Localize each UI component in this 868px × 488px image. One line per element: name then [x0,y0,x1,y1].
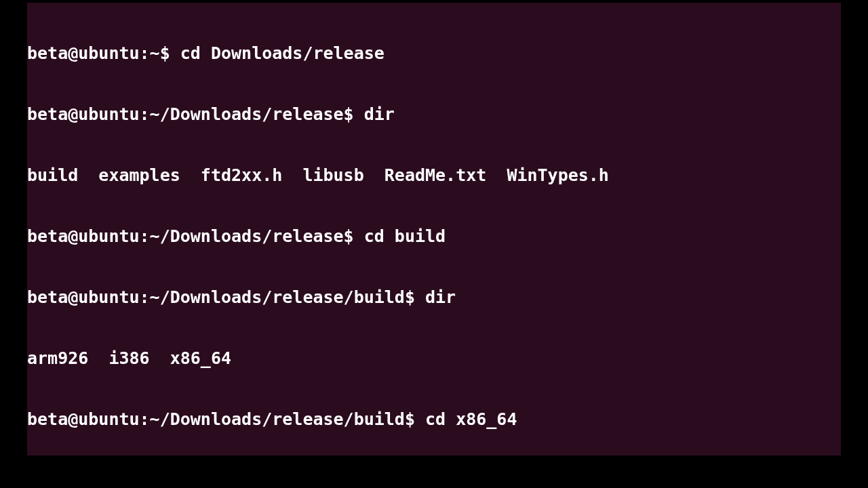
terminal-line: beta@ubuntu:~/Downloads/release/build$ c… [27,409,841,430]
prompt: beta@ubuntu:~/Downloads/release$ [27,104,364,124]
command-text: cd Downloads/release [180,43,384,63]
prompt: beta@ubuntu:~/Downloads/release/build$ [27,409,425,429]
prompt: beta@ubuntu:~/Downloads/release/build$ [27,287,425,307]
terminal-line: build examples ftd2xx.h libusb ReadMe.tx… [27,165,841,186]
terminal-line: beta@ubuntu:~/Downloads/release$ dir [27,104,841,125]
prompt: beta@ubuntu:~/Downloads/release$ [27,226,364,246]
terminal-line: arm926 i386 x86_64 [27,348,841,369]
terminal[interactable]: beta@ubuntu:~$ cd Downloads/release beta… [27,3,841,455]
terminal-line: beta@ubuntu:~/Downloads/release$ cd buil… [27,226,841,247]
command-text: dir [425,287,456,307]
outer-frame: beta@ubuntu:~$ cd Downloads/release beta… [0,0,868,488]
prompt: beta@ubuntu:~$ [27,43,180,63]
command-text: dir [364,104,395,124]
output-text: build examples ftd2xx.h libusb ReadMe.tx… [27,165,609,185]
output-text: arm926 i386 x86_64 [27,348,231,368]
command-text: cd build [364,226,446,246]
terminal-line: beta@ubuntu:~$ cd Downloads/release [27,43,841,64]
terminal-line: beta@ubuntu:~/Downloads/release/build$ d… [27,287,841,308]
command-text: cd x86_64 [425,409,517,429]
